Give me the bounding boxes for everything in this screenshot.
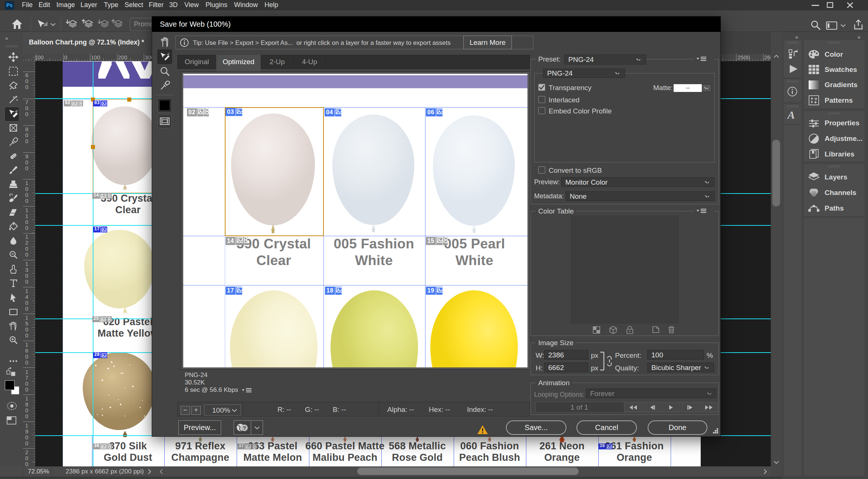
svg-text:?: ? bbox=[243, 425, 246, 431]
